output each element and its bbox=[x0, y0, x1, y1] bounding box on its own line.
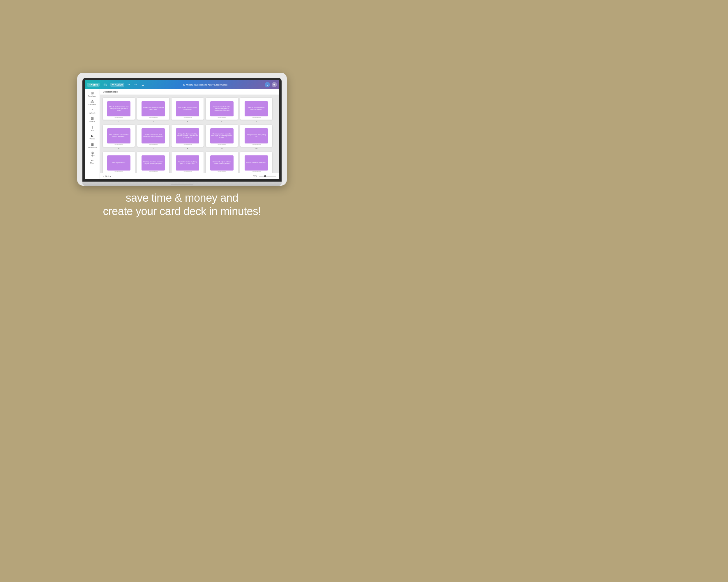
card-inner: What do I believe I deserve? And why do … bbox=[107, 128, 130, 143]
card-question: What do I believe I deserve? And why do … bbox=[108, 134, 129, 138]
back-icon: ‹ bbox=[89, 83, 90, 86]
logos-icon: ◎ bbox=[91, 151, 94, 155]
card-item[interactable]: What guilt or shame am I holding onto th… bbox=[172, 125, 204, 149]
card-item[interactable]: What sounds help me feel more relaxed an… bbox=[206, 152, 238, 173]
card-item[interactable]: When am I most likely to feel attacked o… bbox=[206, 98, 238, 122]
card-number: 10 bbox=[255, 147, 257, 149]
text-label: Text bbox=[90, 130, 94, 131]
card-item[interactable]: What do I believe I owe other people? An… bbox=[137, 125, 169, 149]
card-question: What helps me focus? bbox=[112, 162, 126, 164]
content-wrapper: ‹ Home File ✦ Resize ↩ ↪ ☁ 52 Mindful Qu… bbox=[77, 73, 287, 218]
card-brand: · yourbrandname bbox=[149, 144, 158, 145]
card-question: When do I feel most alive or most like m… bbox=[108, 106, 129, 111]
card-brand: · yourbrandname bbox=[149, 171, 158, 172]
home-button[interactable]: ‹ Home bbox=[87, 83, 100, 87]
sidebar: ⊞ Templates ⁂ Elements ↑ Uploads ⊟ bbox=[85, 89, 100, 179]
card-brand: · yourbrandname bbox=[114, 117, 123, 118]
tagline-line1: save time & money and bbox=[103, 192, 261, 205]
zoom-thumb bbox=[264, 175, 266, 177]
undo-button[interactable]: ↩ bbox=[126, 83, 131, 87]
card-item[interactable]: How would I describe my "happy place"? C… bbox=[172, 152, 204, 173]
card-number: 3 bbox=[187, 120, 188, 122]
card-thumbnail: What do I want to have experienced befor… bbox=[137, 98, 169, 119]
notes-icon: ✏ bbox=[103, 175, 105, 177]
card-thumbnail: What sounds help me feel more relaxed an… bbox=[206, 152, 238, 173]
redo-button[interactable]: ↪ bbox=[133, 83, 138, 87]
notes-button[interactable]: ✏ Notes bbox=[103, 175, 111, 177]
laptop-base bbox=[82, 182, 282, 186]
background-label: Background bbox=[87, 146, 97, 148]
card-row: What helps me focus?· yourbrandname11Wha… bbox=[103, 152, 276, 173]
card-inner: What do I believe I owe other people? An… bbox=[141, 128, 165, 143]
card-inner: When am I most likely to feel attacked o… bbox=[210, 101, 234, 116]
card-question: What do I want to have experienced befor… bbox=[143, 107, 164, 111]
card-item[interactable]: What do I believe I deserve? And why do … bbox=[103, 125, 135, 149]
card-item[interactable]: What helps me focus?· yourbrandname11 bbox=[103, 152, 135, 173]
card-thumbnail: What guilt or shame am I holding onto th… bbox=[172, 125, 204, 147]
uploads-icon: ↑ bbox=[92, 108, 93, 112]
card-item[interactable]: What mistakes have I made that have taug… bbox=[206, 125, 238, 149]
photos-icon: ⊟ bbox=[91, 117, 94, 120]
card-inner: What mistakes have I made that have taug… bbox=[210, 128, 234, 143]
card-brand: · yourbrandname bbox=[217, 171, 226, 172]
zoom-level: 59% bbox=[253, 175, 257, 177]
card-brand: · yourbrandname bbox=[183, 144, 192, 145]
templates-label: Templates bbox=[88, 95, 96, 97]
card-inner: What do I care most about today? bbox=[244, 156, 268, 170]
card-number: 9 bbox=[221, 147, 223, 149]
resize-button[interactable]: ✦ Resize bbox=[110, 83, 124, 87]
elements-icon: ⁂ bbox=[90, 100, 94, 103]
card-item[interactable]: What helps me release tension and let go… bbox=[137, 152, 169, 173]
sidebar-item-background[interactable]: ▦ Background bbox=[86, 141, 99, 149]
user-avatar[interactable]: L bbox=[265, 82, 270, 87]
sidebar-item-elements[interactable]: ⁂ Elements bbox=[86, 99, 99, 107]
templates-icon: ⊞ bbox=[91, 91, 94, 95]
card-thumbnail: What helps me release tension and let go… bbox=[137, 152, 169, 173]
card-inner: When do I feel most thought through or o… bbox=[244, 101, 268, 116]
file-button[interactable]: File bbox=[101, 83, 109, 87]
more-icon: ••• bbox=[91, 160, 93, 162]
card-item[interactable]: When do I feel most thought through or o… bbox=[240, 98, 272, 122]
card-question: When do I feel most thought through or o… bbox=[246, 107, 267, 111]
card-inner: What do I want to have experienced befor… bbox=[141, 101, 165, 116]
bottom-text: save time & money and create your card d… bbox=[103, 192, 261, 218]
sidebar-item-logos[interactable]: ◎ Logos bbox=[86, 150, 99, 158]
add-button[interactable]: + bbox=[272, 82, 277, 87]
card-number: 8 bbox=[187, 147, 188, 149]
card-item[interactable]: When do I feel most alive or most like m… bbox=[103, 98, 135, 122]
card-thumbnail: When do I feel most alive or most like m… bbox=[103, 98, 135, 119]
card-number: 4 bbox=[221, 120, 223, 122]
sidebar-item-more[interactable]: ••• More bbox=[86, 158, 99, 165]
card-question: What sounds help me feel more relaxed an… bbox=[211, 161, 232, 165]
deselect-bar[interactable]: Deselect page bbox=[100, 89, 279, 95]
editor-body: ⊞ Templates ⁂ Elements ↑ Uploads ⊟ bbox=[85, 89, 279, 179]
card-question: What pieces have I been putting off? bbox=[246, 134, 267, 138]
document-title: 52 Mindful Questions to Ask Yourself Car… bbox=[183, 84, 228, 86]
card-inner: How would I describe my "happy place"? C… bbox=[176, 156, 199, 170]
card-question: What helps me release tension and let go… bbox=[143, 161, 164, 165]
more-label: More bbox=[90, 162, 94, 164]
photos-label: Photos bbox=[89, 120, 95, 122]
card-number: 1 bbox=[118, 120, 120, 122]
card-brand: · yourbrandname bbox=[252, 117, 261, 118]
sidebar-item-text[interactable]: T Text bbox=[86, 124, 99, 132]
sidebar-item-videos[interactable]: ▶ Videos bbox=[86, 133, 99, 141]
card-item[interactable]: What do I find hardest to accept about m… bbox=[172, 98, 204, 122]
screen-bezel: ‹ Home File ✦ Resize ↩ ↪ ☁ 52 Mindful Qu… bbox=[82, 78, 282, 182]
cloud-button[interactable]: ☁ bbox=[140, 83, 146, 87]
card-brand: · yourbrandname bbox=[149, 117, 158, 118]
sidebar-item-uploads[interactable]: ↑ Uploads bbox=[86, 107, 99, 115]
sidebar-item-templates[interactable]: ⊞ Templates bbox=[86, 90, 99, 98]
card-item[interactable]: What pieces have I been putting off?· yo… bbox=[240, 125, 272, 149]
card-item[interactable]: What do I care most about today?· yourbr… bbox=[240, 152, 272, 173]
card-question: How would I describe my "happy place"? C… bbox=[177, 161, 198, 165]
card-question: When am I most likely to feel attacked o… bbox=[211, 106, 232, 111]
sidebar-item-photos[interactable]: ⊟ Photos bbox=[86, 115, 99, 123]
card-brand: · yourbrandname bbox=[183, 117, 192, 118]
zoom-slider[interactable] bbox=[259, 176, 276, 177]
card-item[interactable]: What do I want to have experienced befor… bbox=[137, 98, 169, 122]
card-brand: · yourbrandname bbox=[252, 144, 261, 145]
card-question: What mistakes have I made that have taug… bbox=[211, 133, 232, 139]
videos-icon: ▶ bbox=[91, 134, 94, 138]
card-thumbnail: When am I most likely to feel attacked o… bbox=[206, 98, 238, 119]
